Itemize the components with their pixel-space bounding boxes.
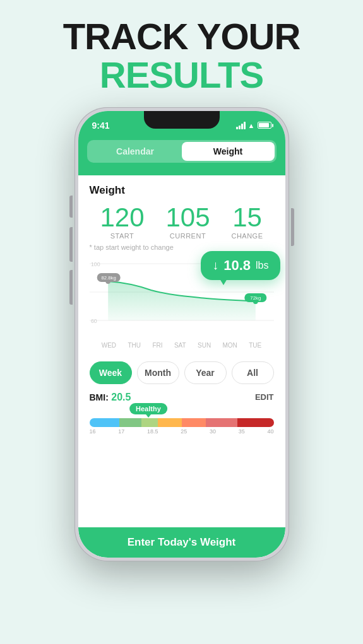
- volume-up-button: [69, 227, 73, 262]
- chart-day-tue: TUE: [249, 342, 261, 349]
- stat-change: 15 CHANGE: [231, 204, 263, 240]
- bmi-value: 20.5: [111, 392, 131, 402]
- status-time: 9:41: [92, 120, 110, 131]
- bmi-edit-button[interactable]: EDIT: [255, 392, 274, 402]
- notch: [144, 111, 220, 129]
- tab-calendar[interactable]: Calendar: [89, 142, 182, 161]
- stat-current-value: 105: [165, 204, 210, 231]
- silent-switch: [69, 196, 73, 218]
- enter-weight-button[interactable]: Enter Today's Weight: [78, 527, 285, 558]
- chart-end-label: 72kg: [250, 295, 261, 301]
- period-year[interactable]: Year: [184, 361, 227, 384]
- period-week[interactable]: Week: [90, 361, 132, 384]
- stats-row: 120 START 105 CURRENT 15 CHANGE: [90, 204, 274, 240]
- signal-bar-1: [236, 127, 238, 129]
- chart-container: ↓ 10.8 lbs 100 60: [90, 257, 274, 355]
- bmi-tick-16: 16: [90, 428, 96, 435]
- header-line1: TRACK YOUR: [63, 18, 301, 56]
- chart-day-fri: FRI: [152, 342, 162, 349]
- tap-hint: * tap start weight to change: [90, 243, 274, 251]
- period-buttons: Week Month Year All: [90, 361, 274, 384]
- tooltip-unit: lbs: [256, 260, 268, 271]
- signal-icon: [236, 122, 246, 129]
- bmi-tick-40: 40: [267, 428, 273, 435]
- chart-day-sun: SUN: [198, 342, 211, 349]
- bmi-bar: [90, 418, 274, 427]
- tab-weight[interactable]: Weight: [182, 142, 275, 161]
- svg-text:60: 60: [90, 318, 97, 324]
- volume-down-button: [69, 270, 73, 305]
- bmi-label: BMI:: [90, 392, 109, 402]
- chart-day-wed: WED: [102, 342, 116, 349]
- status-icons: ▲: [236, 122, 271, 129]
- stat-change-label: CHANGE: [231, 232, 263, 240]
- down-arrow-icon: ↓: [212, 258, 218, 272]
- phone-wrapper: 9:41 ▲: [74, 107, 289, 561]
- signal-bar-3: [241, 124, 243, 129]
- stat-start-label: START: [100, 232, 144, 240]
- bmi-tick-185: 18.5: [147, 428, 158, 435]
- chart-day-mon: MON: [223, 342, 237, 349]
- bmi-tick-30: 30: [210, 428, 216, 435]
- weight-tooltip: ↓ 10.8 lbs: [201, 251, 280, 280]
- phone-screen: 9:41 ▲: [78, 111, 285, 558]
- stat-current-label: CURRENT: [165, 232, 210, 240]
- bmi-header: BMI: 20.5 EDIT: [90, 392, 274, 403]
- power-button: [291, 208, 294, 246]
- header-section: TRACK YOUR RESULTS: [63, 0, 301, 95]
- battery-icon: [258, 122, 271, 129]
- stat-start[interactable]: 120 START: [100, 204, 144, 240]
- content-area: Weight 120 START 105 CURRENT 15 CHANGE: [78, 175, 285, 436]
- chart-day-thu: THU: [128, 342, 141, 349]
- wifi-icon: ▲: [248, 122, 255, 129]
- bmi-label-row: BMI: 20.5: [90, 392, 131, 403]
- bmi-tick-35: 35: [239, 428, 245, 435]
- tooltip-value: 10.8: [223, 257, 251, 274]
- bmi-bar-container: Healthy 16 17 18.5 25 30 35 40: [90, 418, 274, 436]
- signal-bar-2: [239, 126, 241, 129]
- chart-area: [108, 281, 256, 320]
- bmi-tick-17: 17: [118, 428, 124, 435]
- stat-change-value: 15: [231, 204, 263, 231]
- signal-bar-4: [244, 122, 246, 129]
- stat-current: 105 CURRENT: [165, 204, 210, 240]
- weight-title: Weight: [90, 184, 274, 197]
- chart-start-label: 82.8kg: [101, 275, 116, 281]
- phone-outer: 9:41 ▲: [74, 107, 289, 561]
- tab-bar: Calendar Weight: [87, 140, 277, 163]
- stat-start-value: 120: [100, 204, 144, 231]
- chart-day-sat: SAT: [174, 342, 186, 349]
- bmi-tick-25: 25: [181, 428, 187, 435]
- period-month[interactable]: Month: [137, 361, 179, 384]
- header-line2: RESULTS: [63, 56, 301, 95]
- bmi-ticks: 16 17 18.5 25 30 35 40: [90, 427, 274, 436]
- bmi-indicator: Healthy: [129, 403, 167, 414]
- svg-text:100: 100: [90, 261, 100, 267]
- chart-day-labels: WED THU FRI SAT SUN MON TUE: [90, 342, 274, 349]
- bmi-status-bubble: Healthy: [129, 403, 167, 414]
- period-all[interactable]: All: [232, 361, 274, 384]
